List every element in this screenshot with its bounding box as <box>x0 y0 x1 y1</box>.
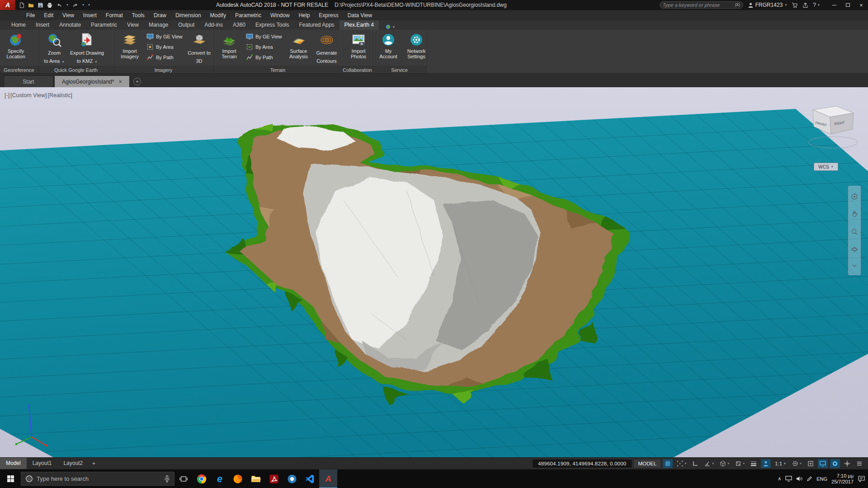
new-drawing-tab-button[interactable]: + <box>133 78 141 85</box>
menu-window[interactable]: Window <box>266 10 294 21</box>
start-button[interactable] <box>0 469 21 488</box>
file-tab-start[interactable]: Start <box>4 75 53 87</box>
plot-printer-icon[interactable] <box>47 2 53 8</box>
zoom-to-area-button[interactable]: Zoom to Area ▼ <box>40 31 68 65</box>
hardware-acceleration-button[interactable] <box>818 459 828 468</box>
menu-view[interactable]: View <box>58 10 79 21</box>
file-explorer-icon[interactable] <box>247 469 265 488</box>
mic-icon[interactable] <box>164 475 170 483</box>
drawing-tab-close-icon[interactable]: × <box>118 79 122 84</box>
menu-edit[interactable]: Edit <box>39 10 58 21</box>
task-view-button[interactable] <box>175 469 193 488</box>
clean-screen-button[interactable] <box>842 459 852 468</box>
autocad-taskbar-icon[interactable]: A <box>319 469 337 488</box>
tab-overflow-button[interactable]: ▼ <box>382 24 398 30</box>
menu-express[interactable]: Express <box>314 10 343 21</box>
help-search-box[interactable] <box>660 1 743 9</box>
open-folder-icon[interactable] <box>28 2 34 8</box>
chrome-icon[interactable] <box>193 469 211 488</box>
annotation-monitor-button[interactable] <box>806 459 816 468</box>
grid-toggle[interactable] <box>663 459 673 468</box>
model-space-button[interactable]: MODEL <box>634 460 660 468</box>
viewport-menu-control[interactable]: [-] <box>5 92 9 99</box>
menu-modify[interactable]: Modify <box>206 10 231 21</box>
visual-style-control[interactable]: [Realistic] <box>47 92 72 99</box>
network-settings-button[interactable]: Network Settings <box>402 31 430 59</box>
undo-icon[interactable] <box>56 2 63 8</box>
specify-location-button[interactable]: Specify Location <box>2 31 30 59</box>
file-tab-drawing[interactable]: AgiosGeorgiosIsland* × <box>54 75 130 87</box>
cart-icon[interactable] <box>792 2 798 8</box>
menu-data-view[interactable]: Data View <box>343 10 377 21</box>
annotation-visibility-toggle[interactable] <box>761 459 771 468</box>
wcs-badge[interactable]: WCS ▼ <box>814 163 838 171</box>
orbit-icon[interactable] <box>851 246 858 253</box>
new-drawing-icon[interactable] <box>19 2 25 8</box>
drawing-viewport[interactable]: FRONT RIGHT [-] [Custom View] [Realistic… <box>0 87 868 457</box>
layout-tab-layout1[interactable]: Layout1 <box>27 458 58 469</box>
vscode-icon[interactable] <box>301 469 319 488</box>
help-question-button[interactable]: ?▼ <box>813 2 820 8</box>
annotation-scale-button[interactable]: 1:1▼ <box>773 460 788 467</box>
panel-label-collaboration[interactable]: Collaboration <box>343 66 372 73</box>
minimize-button[interactable] <box>827 0 841 10</box>
tab-annotate[interactable]: Annotate <box>54 20 86 30</box>
surface-analysis-button[interactable]: Surface Analysis <box>285 31 313 59</box>
my-account-button[interactable]: My Account <box>374 31 402 59</box>
coordinates-display[interactable]: 489604.1909, 4149694.8228, 0.0000 <box>533 460 632 468</box>
signin-account[interactable]: FRGR1423 ▼ <box>748 2 788 8</box>
qat-customize-caret-icon[interactable]: ▼ <box>88 4 90 6</box>
close-button[interactable]: × <box>854 0 868 10</box>
import-photos-button[interactable]: Import Photos <box>344 31 373 59</box>
tray-volume-icon[interactable] <box>796 476 802 482</box>
nav-wheel-icon[interactable] <box>851 193 858 200</box>
tab-home[interactable]: Home <box>6 20 31 30</box>
tray-pen-icon[interactable] <box>807 476 812 482</box>
language-indicator[interactable]: ENG <box>816 476 827 482</box>
snap-toggle[interactable]: ▼ <box>675 459 688 468</box>
menu-format[interactable]: Format <box>101 10 127 21</box>
zoom-icon[interactable] <box>851 228 858 235</box>
acrobat-icon[interactable] <box>265 469 283 488</box>
pan-hand-icon[interactable] <box>851 211 858 218</box>
taskbar-search-input[interactable] <box>37 475 160 482</box>
redo-icon[interactable] <box>72 2 79 8</box>
import-imagery-button[interactable]: Import Imagery <box>116 31 144 59</box>
layout-tab-model[interactable]: Model <box>0 458 27 469</box>
tab-parametric[interactable]: Parametric <box>86 20 122 30</box>
export-kmz-button[interactable]: Export Drawing to KMZ ▼ <box>68 31 106 65</box>
taskbar-search-box[interactable] <box>21 472 175 486</box>
save-icon[interactable] <box>38 2 43 8</box>
tray-expand-icon[interactable]: ∧ <box>778 476 781 482</box>
tab-insert[interactable]: Insert <box>31 20 54 30</box>
tab-output[interactable]: Output <box>173 20 199 30</box>
menu-file[interactable]: File <box>22 10 39 21</box>
search-binoculars-icon[interactable] <box>735 2 740 8</box>
ortho-toggle[interactable] <box>690 459 700 468</box>
tab-featured-apps[interactable]: Featured Apps <box>294 20 340 30</box>
tab-manage[interactable]: Manage <box>144 20 173 30</box>
menu-insert[interactable]: Insert <box>79 10 101 21</box>
panel-label-service[interactable]: Service <box>373 66 426 73</box>
tab-add-ins[interactable]: Add-ins <box>199 20 228 30</box>
panel-label-quick-google-earth[interactable]: Quick Google Earth <box>38 66 113 73</box>
menu-tools[interactable]: Tools <box>127 10 149 21</box>
share-icon[interactable] <box>802 2 808 8</box>
navigation-bar[interactable] <box>848 186 861 275</box>
terrain-by-path-button[interactable]: By Path <box>244 53 284 62</box>
tab-express-tools[interactable]: Express Tools <box>250 20 294 30</box>
imagery-by-ge-view-button[interactable]: By GE View <box>145 32 184 41</box>
navbar-more-icon[interactable] <box>851 263 858 268</box>
panel-label-imagery[interactable]: Imagery <box>114 66 213 73</box>
tray-display-icon[interactable] <box>785 476 792 482</box>
firefox-icon[interactable] <box>229 469 247 488</box>
menu-parametric[interactable]: Parametric <box>231 10 266 21</box>
terrain-by-ge-view-button[interactable]: By GE View <box>244 32 284 41</box>
clock[interactable]: 7:10 μμ 25/7/2017 <box>831 473 854 485</box>
app-circle-icon[interactable] <box>283 469 301 488</box>
isodraft-toggle[interactable]: ▼ <box>718 459 731 468</box>
tab-a360[interactable]: A360 <box>228 20 250 30</box>
terrain-by-area-button[interactable]: By Area <box>244 42 284 52</box>
edge-icon[interactable]: e <box>211 469 229 488</box>
imagery-by-path-button[interactable]: By Path <box>145 53 184 62</box>
